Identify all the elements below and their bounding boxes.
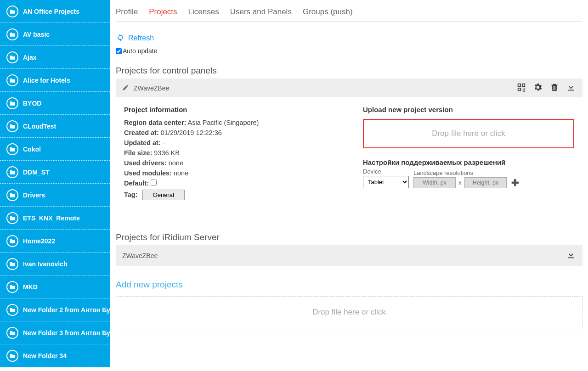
tab-groups[interactable]: Groups (push) bbox=[303, 7, 353, 17]
region-label: Region data center: bbox=[124, 119, 186, 126]
sidebar-item[interactable]: New Folder 34 bbox=[0, 344, 110, 367]
created-value: 01/29/2019 12:22:36 bbox=[161, 129, 222, 136]
folder-icon bbox=[6, 327, 18, 339]
sidebar-item[interactable]: Ivan Ivanovich bbox=[0, 253, 110, 275]
drivers-value: none bbox=[169, 159, 183, 167]
sidebar-item[interactable]: Home2022 bbox=[0, 230, 110, 253]
tab-profile[interactable]: Profile bbox=[116, 7, 138, 17]
auto-update-label: Auto update bbox=[123, 47, 158, 55]
sidebar-item-label: Ajax bbox=[23, 54, 37, 61]
device-label: Device bbox=[363, 168, 409, 175]
add-project-dropzone[interactable]: Drop file here or click bbox=[116, 296, 582, 328]
sidebar-item[interactable]: MKD bbox=[0, 275, 110, 298]
sidebar-item[interactable]: DDM_ST bbox=[0, 161, 110, 184]
dimension-x: x bbox=[458, 179, 462, 186]
modules-label: Used modules: bbox=[124, 169, 172, 177]
folder-icon bbox=[6, 166, 18, 178]
folder-icon bbox=[6, 143, 18, 155]
sidebar-item-label: Ivan Ivanovich bbox=[23, 260, 67, 268]
folder-icon bbox=[6, 304, 18, 316]
sidebar-item-label: BYOD bbox=[23, 100, 41, 107]
add-resolution-button[interactable]: ✚ bbox=[509, 177, 521, 188]
project-body: Project information Region data center: … bbox=[116, 97, 582, 211]
info-heading: Project information bbox=[124, 106, 345, 113]
refresh-button[interactable]: Refresh bbox=[116, 33, 582, 44]
folder-icon bbox=[6, 97, 18, 109]
folder-icon bbox=[6, 350, 18, 362]
folder-icon bbox=[6, 235, 18, 247]
add-projects-title: Add new projects bbox=[116, 280, 582, 290]
tag-button[interactable]: General bbox=[142, 190, 185, 200]
size-value: 9336 KB bbox=[154, 149, 180, 157]
sidebar: AN Office ProjectsAV basicAjaxAlice for … bbox=[0, 0, 110, 367]
folder-icon bbox=[6, 51, 18, 63]
sidebar-item-label: New Folder 3 from Антон Бу bbox=[23, 329, 110, 337]
size-label: File size: bbox=[124, 149, 152, 157]
updated-label: Updated at: bbox=[124, 139, 161, 146]
drivers-label: Used drivers: bbox=[124, 159, 167, 167]
height-input[interactable] bbox=[464, 177, 507, 188]
download-icon[interactable] bbox=[566, 82, 576, 94]
refresh-icon bbox=[116, 33, 125, 44]
sidebar-item[interactable]: AN Office Projects bbox=[0, 0, 110, 23]
server-project-name: ZWaveZBee bbox=[122, 252, 158, 259]
folder-icon bbox=[6, 28, 18, 40]
device-select[interactable]: Tablet bbox=[363, 176, 409, 188]
server-section-title: Projects for iRidium Server bbox=[116, 232, 582, 242]
sidebar-item-label: Home2022 bbox=[23, 237, 55, 245]
gear-icon[interactable] bbox=[533, 82, 543, 94]
project-header: ZWaveZBee bbox=[116, 79, 582, 97]
tab-projects[interactable]: Projects bbox=[149, 7, 177, 17]
sidebar-item-label: New Folder 34 bbox=[23, 352, 67, 360]
sidebar-item[interactable]: Drivers bbox=[0, 184, 110, 207]
sidebar-item[interactable]: Alice for Hotels bbox=[0, 69, 110, 92]
download-icon[interactable] bbox=[566, 250, 576, 261]
project-info: Project information Region data center: … bbox=[124, 106, 345, 203]
sidebar-item[interactable]: Cokol bbox=[0, 138, 110, 161]
sidebar-item[interactable]: Ajax bbox=[0, 46, 110, 69]
folder-icon bbox=[6, 281, 18, 293]
resolutions-heading: Настройки поддерживаемых разрешений bbox=[363, 158, 574, 166]
sidebar-item-label: ETS_KNX_Remote bbox=[23, 214, 80, 222]
auto-update-toggle[interactable]: Auto update bbox=[116, 47, 582, 55]
sidebar-item[interactable]: ETS_KNX_Remote bbox=[0, 207, 110, 230]
trash-icon[interactable] bbox=[549, 82, 560, 94]
server-project-header: ZWaveZBee bbox=[116, 245, 582, 266]
landscape-label: Landscape resolutions bbox=[413, 169, 521, 176]
sidebar-item[interactable]: AV basic bbox=[0, 23, 110, 46]
edit-icon[interactable] bbox=[122, 84, 129, 92]
tag-label: Tag: bbox=[124, 191, 138, 198]
folder-icon bbox=[6, 258, 18, 270]
sidebar-item-label: AN Office Projects bbox=[23, 8, 79, 15]
updated-value: - bbox=[163, 139, 165, 146]
folder-icon bbox=[6, 120, 18, 132]
folder-icon bbox=[6, 74, 18, 86]
default-checkbox[interactable] bbox=[151, 180, 157, 186]
upload-column: Upload new project version Drop file her… bbox=[363, 106, 574, 203]
region-value: Asia Pacific (Singapore) bbox=[188, 119, 259, 126]
sidebar-item[interactable]: CLoudTest bbox=[0, 115, 110, 138]
sidebar-item-label: MKD bbox=[23, 283, 38, 291]
refresh-label: Refresh bbox=[128, 34, 154, 42]
qr-icon[interactable] bbox=[516, 82, 526, 94]
sidebar-item[interactable]: BYOD bbox=[0, 92, 110, 115]
sidebar-item[interactable]: New Folder 3 from Антон Бу bbox=[0, 321, 110, 344]
sidebar-item-label: DDM_ST bbox=[23, 169, 50, 176]
sidebar-item-label: CLoudTest bbox=[23, 123, 56, 130]
panels-section-title: Projects for control panels bbox=[116, 66, 582, 76]
upload-dropzone[interactable]: Drop file here or click bbox=[363, 119, 574, 148]
created-label: Created at: bbox=[124, 129, 159, 136]
sidebar-item-label: AV basic bbox=[23, 31, 50, 38]
tabs: Profile Projects Licenses Users and Pane… bbox=[116, 0, 582, 22]
modules-value: none bbox=[174, 169, 188, 177]
project-name: ZWaveZBee bbox=[134, 84, 169, 92]
sidebar-item-label: Cokol bbox=[23, 146, 41, 153]
tab-licenses[interactable]: Licenses bbox=[188, 7, 219, 17]
sidebar-item[interactable]: New Folder 2 from Антон Бу bbox=[0, 298, 110, 321]
folder-icon bbox=[6, 6, 18, 17]
folder-icon bbox=[6, 189, 18, 201]
sidebar-item-label: Alice for Hotels bbox=[23, 77, 70, 84]
tab-users[interactable]: Users and Panels bbox=[230, 7, 292, 17]
auto-update-checkbox[interactable] bbox=[116, 48, 122, 54]
width-input[interactable] bbox=[413, 177, 456, 188]
